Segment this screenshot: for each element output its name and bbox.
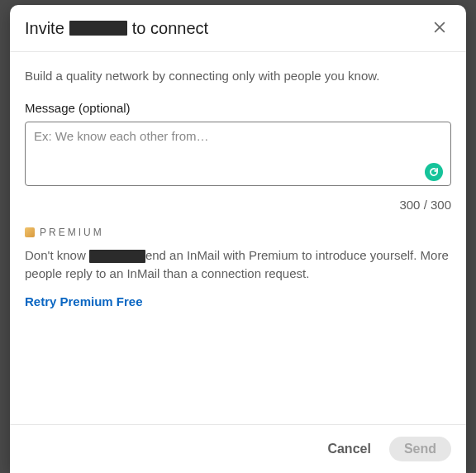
inmail-text: Don't know end an InMail with Premium to… [25, 246, 451, 283]
modal-header: Invite to connect [10, 5, 466, 52]
helper-text: Build a quality network by connecting on… [25, 69, 451, 83]
close-icon [431, 19, 448, 38]
premium-label: PREMIUM [40, 227, 104, 238]
close-button[interactable] [428, 17, 451, 40]
modal-footer: Cancel Send [10, 424, 466, 473]
premium-badge: PREMIUM [25, 227, 451, 238]
redacted-name [69, 21, 127, 36]
title-prefix: Invite [25, 19, 64, 38]
message-label: Message (optional) [25, 101, 451, 115]
send-button[interactable]: Send [389, 437, 451, 461]
modal-body: Build a quality network by connecting on… [10, 52, 466, 424]
title-suffix: to connect [132, 19, 208, 38]
inmail-prefix: Don't know [25, 248, 89, 262]
redacted-name-2 [89, 250, 145, 263]
retry-premium-link[interactable]: Retry Premium Free [25, 294, 143, 308]
cancel-button[interactable]: Cancel [319, 437, 378, 461]
message-field-wrap [25, 122, 451, 189]
invite-modal: Invite to connect Build a quality networ… [10, 5, 466, 473]
grammarly-icon[interactable] [425, 163, 443, 181]
message-input[interactable] [25, 122, 451, 186]
premium-icon [25, 227, 35, 237]
modal-title: Invite to connect [25, 19, 208, 38]
char-count: 300 / 300 [25, 198, 451, 212]
